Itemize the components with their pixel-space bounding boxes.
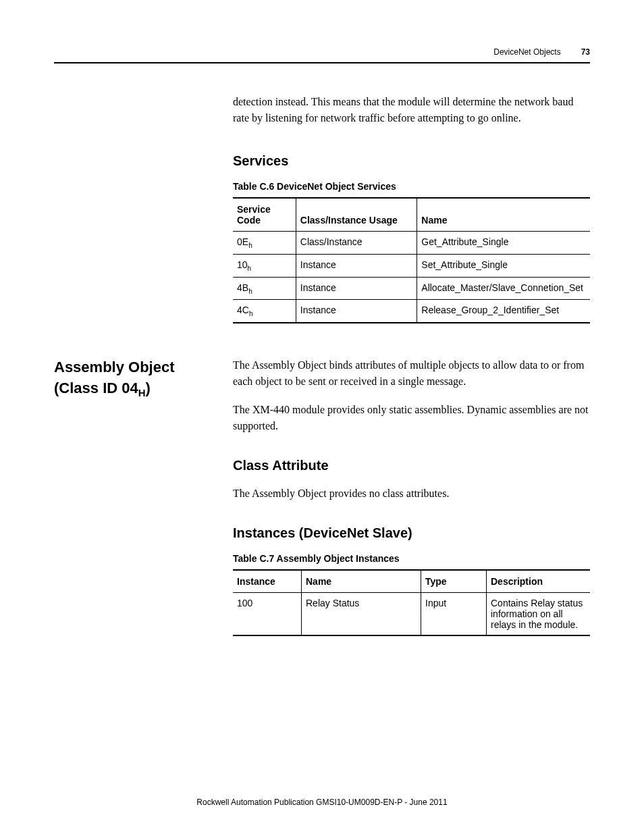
table-row: 0Eh Class/Instance Get_Attribute_Single	[233, 232, 590, 255]
cell-usage: Instance	[296, 300, 417, 323]
header-section-label: DeviceNet Objects	[493, 47, 560, 57]
col-name: Name	[302, 570, 421, 593]
cell-name: Set_Attribute_Single	[417, 254, 590, 277]
header-page-number: 73	[581, 47, 590, 57]
table-row: 10h Instance Set_Attribute_Single	[233, 254, 590, 277]
cell-usage: Instance	[296, 254, 417, 277]
cell-instance: 100	[233, 593, 302, 636]
page-footer: Rockwell Automation Publication GMSI10-U…	[0, 798, 644, 807]
class-attribute-para: The Assembly Object provides no class at…	[233, 486, 590, 502]
services-heading: Services	[233, 153, 590, 169]
instances-table: Instance Name Type Description 100 Relay…	[233, 569, 590, 636]
instances-table-caption: Table C.7 Assembly Object Instances	[233, 553, 590, 564]
cell-type: Input	[421, 593, 487, 636]
assembly-para-1: The Assembly Object binds attributes of …	[233, 357, 590, 390]
col-instance: Instance	[233, 570, 302, 593]
col-description: Description	[487, 570, 591, 593]
services-table-caption: Table C.6 DeviceNet Object Services	[233, 181, 590, 192]
cell-name: Release_Group_2_Identifier_Set	[417, 300, 590, 323]
cell-usage: Instance	[296, 277, 417, 300]
cell-description: Contains Relay status information on all…	[487, 593, 591, 636]
cell-usage: Class/Instance	[296, 232, 417, 255]
intro-paragraph: detection instead. This means that the m…	[233, 94, 590, 126]
table-row: 4Bh Instance Allocate_Master/Slave_Conne…	[233, 277, 590, 300]
col-name: Name	[417, 198, 590, 232]
cell-name: Relay Status	[302, 593, 421, 636]
assembly-object-heading: Assembly Object (Class ID 04H)	[54, 357, 233, 400]
class-attribute-heading: Class Attribute	[233, 458, 590, 473]
table-row: 100 Relay Status Input Contains Relay st…	[233, 593, 590, 636]
instances-heading: Instances (DeviceNet Slave)	[233, 525, 590, 541]
col-service-code: Service Code	[233, 198, 296, 232]
cell-code: 4Ch	[233, 300, 296, 323]
col-usage: Class/Instance Usage	[296, 198, 417, 232]
col-type: Type	[421, 570, 487, 593]
cell-code: 4Bh	[233, 277, 296, 300]
assembly-para-2: The XM-440 module provides only static a…	[233, 402, 590, 434]
cell-code: 0Eh	[233, 232, 296, 255]
cell-name: Allocate_Master/Slave_Connetion_Set	[417, 277, 590, 300]
services-table: Service Code Class/Instance Usage Name 0…	[233, 197, 590, 323]
cell-code: 10h	[233, 254, 296, 277]
table-row: 4Ch Instance Release_Group_2_Identifier_…	[233, 300, 590, 323]
cell-name: Get_Attribute_Single	[417, 232, 590, 255]
page-header: DeviceNet Objects 73	[54, 47, 590, 63]
